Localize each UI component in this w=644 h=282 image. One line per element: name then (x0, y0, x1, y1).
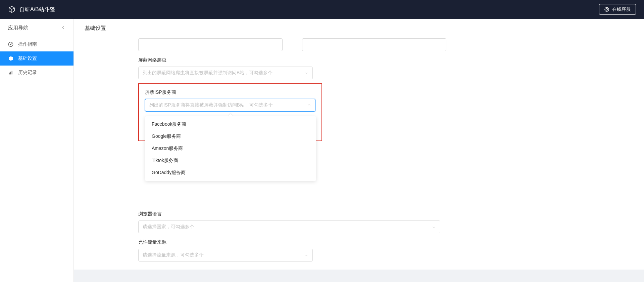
main: 基础设置 屏蔽网络爬虫 列出的屏蔽网络爬虫将直接被屏蔽并强制访问B站，可勾选多个 (74, 19, 644, 282)
layout: 应用导航 操作指南 (0, 19, 644, 282)
isp-option-facebook[interactable]: Facebook服务商 (145, 118, 316, 130)
block-isp-select[interactable]: 列出的ISP服务商将直接被屏蔽并强制访问B站，可勾选多个 (145, 99, 315, 112)
chart-icon (8, 70, 13, 75)
svg-rect-5 (12, 71, 12, 75)
block-crawler-select[interactable]: 列出的屏蔽网络爬虫将直接被屏蔽并强制访问B站，可勾选多个 (138, 67, 313, 79)
chevron-down-icon (304, 71, 308, 75)
sidebar-item-label: 操作指南 (18, 41, 37, 47)
block-crawler-label: 屏蔽网络爬虫 (138, 57, 633, 63)
sidebar-header: 应用导航 (0, 19, 73, 37)
sidebar-item-label: 基础设置 (18, 55, 37, 62)
block-crawler-placeholder: 列出的屏蔽网络爬虫将直接被屏蔽并强制访问B站，可勾选多个 (143, 70, 273, 76)
svg-point-1 (606, 8, 607, 10)
customer-service-label: 在线客服 (612, 6, 631, 12)
allow-traffic-placeholder: 请选择流量来源，可勾选多个 (143, 252, 204, 258)
sidebar-item-guide[interactable]: 操作指南 (0, 37, 73, 51)
sidebar-menu: 操作指南 基础设置 历史记录 (0, 37, 73, 80)
allow-traffic-select[interactable]: 请选择流量来源，可勾选多个 (138, 249, 313, 261)
isp-option-amazon[interactable]: Amazon服务商 (145, 143, 316, 155)
chevron-down-icon (304, 253, 308, 257)
gear-icon (8, 56, 13, 61)
browser-lang-placeholder: 请选择国家，可勾选多个 (143, 224, 194, 230)
browser-lang-label: 浏览器语言 (138, 211, 633, 217)
isp-option-godaddy[interactable]: GoDaddy服务商 (145, 167, 316, 179)
chevron-down-icon (432, 225, 436, 229)
svg-point-0 (605, 7, 609, 11)
app-title: 自研A/B站斗篷 (19, 6, 55, 13)
header-right: 在线客服 (599, 4, 636, 15)
block-isp-placeholder: 列出的ISP服务商将直接被屏蔽并强制访问B站，可勾选多个 (149, 102, 273, 108)
header: 自研A/B站斗篷 在线客服 (0, 0, 644, 19)
sidebar-item-history[interactable]: 历史记录 (0, 66, 73, 80)
page-title: 基础设置 (85, 25, 633, 32)
svg-rect-3 (9, 73, 10, 74)
compass-icon (8, 42, 13, 47)
header-left: 自研A/B站斗篷 (8, 6, 55, 13)
top-row (138, 38, 633, 51)
isp-option-tiktok[interactable]: Tiktok服务商 (145, 155, 316, 167)
customer-service-button[interactable]: 在线客服 (599, 4, 636, 15)
content-body: 屏蔽网络爬虫 列出的屏蔽网络爬虫将直接被屏蔽并强制访问B站，可勾选多个 屏蔽IS… (74, 38, 644, 270)
sidebar: 应用导航 操作指南 (0, 19, 74, 282)
headset-icon (604, 7, 609, 12)
browser-lang-select[interactable]: 请选择国家，可勾选多个 (138, 220, 440, 233)
block-isp-label: 屏蔽ISP服务商 (145, 89, 315, 95)
sidebar-nav-title: 应用导航 (8, 25, 28, 31)
content-header: 基础设置 (74, 19, 644, 38)
empty-select-left[interactable] (138, 38, 283, 51)
sidebar-item-label: 历史记录 (18, 70, 37, 76)
content-card: 基础设置 屏蔽网络爬虫 列出的屏蔽网络爬虫将直接被屏蔽并强制访问B站，可勾选多个 (74, 19, 644, 270)
allow-traffic-label: 允许流量来源 (138, 239, 633, 245)
isp-highlight-box: 屏蔽ISP服务商 列出的ISP服务商将直接被屏蔽并强制访问B站，可勾选多个 Fa… (138, 83, 322, 141)
svg-rect-4 (10, 72, 11, 74)
isp-option-google[interactable]: Google服务商 (145, 130, 316, 143)
chevron-up-icon (307, 103, 311, 107)
collapse-icon[interactable] (61, 25, 65, 31)
sidebar-item-settings[interactable]: 基础设置 (0, 51, 73, 66)
empty-select-right[interactable] (302, 38, 446, 51)
isp-dropdown: Facebook服务商 Google服务商 Amazon服务商 Tiktok服务… (145, 116, 316, 181)
cube-icon (8, 6, 15, 13)
dropdown-notch (228, 114, 233, 119)
